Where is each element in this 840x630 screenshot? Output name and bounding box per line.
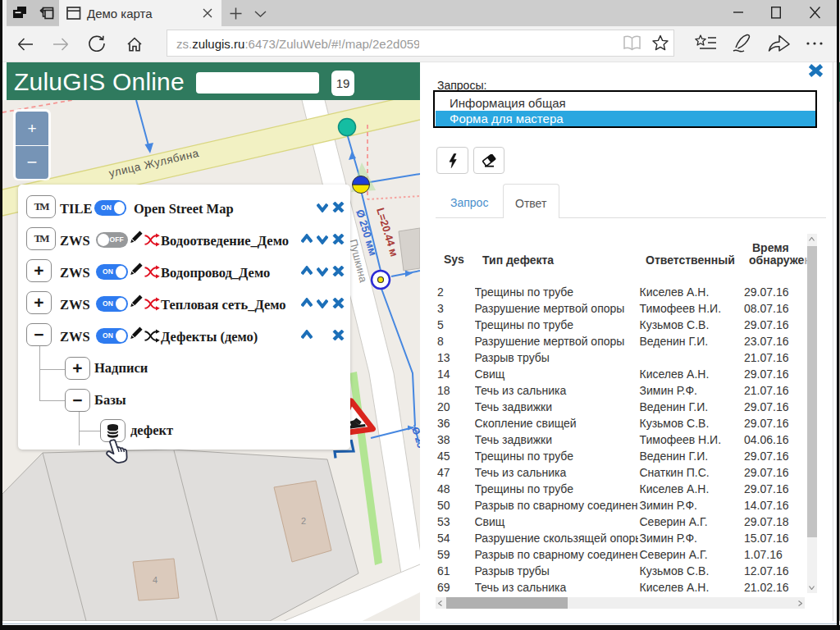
svg-text:2: 2 (301, 516, 306, 526)
svg-text:4: 4 (153, 575, 158, 585)
